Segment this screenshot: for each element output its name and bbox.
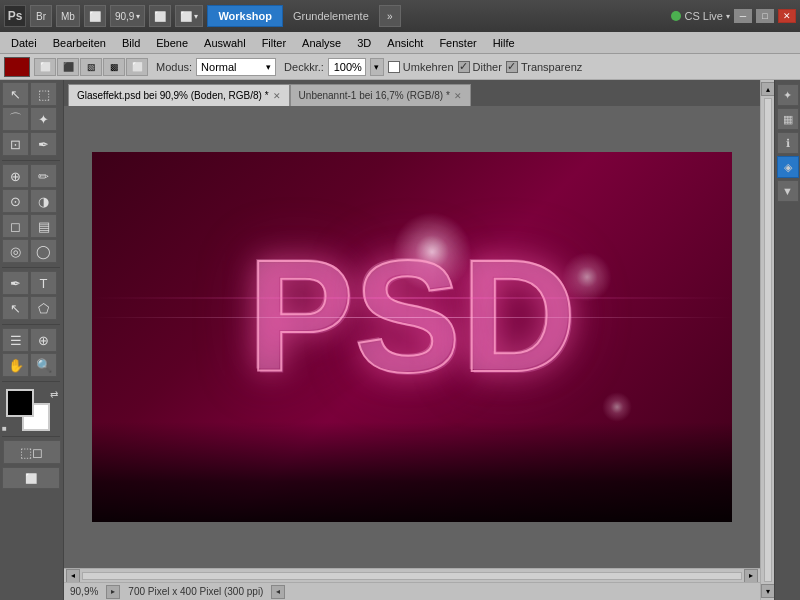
tool-brush[interactable]: ✏ — [30, 164, 57, 188]
foreground-swatch[interactable] — [4, 57, 30, 77]
canvas-wrapper[interactable]: PSD PSD — [64, 106, 760, 568]
close-btn[interactable]: ✕ — [778, 9, 796, 23]
optionsbar: ⬜ ⬛ ▧ ▩ ⬜ Modus: Normal ▾ Deckkr.: ▾ Umk… — [0, 54, 800, 80]
menubar: Datei Bearbeiten Bild Ebene Auswahl Filt… — [0, 32, 800, 54]
menu-ansicht[interactable]: Ansicht — [380, 35, 430, 51]
tool-blur[interactable]: ◎ — [2, 239, 29, 263]
quick-mask-btn[interactable]: ⬚◻ — [3, 440, 61, 464]
tabs-bar: Glaseffekt.psd bei 90,9% (Boden, RGB/8) … — [64, 80, 760, 106]
dither-checkbox[interactable]: ✓ — [458, 61, 470, 73]
cs-live-btn[interactable]: CS Live ▾ — [671, 10, 730, 22]
menu-auswahl[interactable]: Auswahl — [197, 35, 253, 51]
tool-zoom[interactable]: 🔍 — [30, 353, 57, 377]
tool-magic-wand[interactable]: ✦ — [30, 107, 57, 131]
vscroll-track[interactable] — [764, 98, 772, 582]
blend-btn-3[interactable]: ▧ — [80, 58, 102, 76]
menu-filter[interactable]: Filter — [255, 35, 293, 51]
tool-path[interactable]: ↖ — [2, 296, 29, 320]
view-btn[interactable]: ⬜ — [149, 5, 171, 27]
tab-unbenannt-close[interactable]: ✕ — [454, 91, 462, 101]
more-workspaces-btn[interactable]: » — [379, 5, 401, 27]
layout-dropdown[interactable]: ⬜ ▾ — [175, 5, 203, 27]
tool-type[interactable]: T — [30, 271, 57, 295]
tool-hand[interactable]: ✋ — [2, 353, 29, 377]
modus-dropdown[interactable]: Normal ▾ — [196, 58, 276, 76]
default-colors-btn[interactable]: ■ — [2, 424, 7, 433]
tool-history[interactable]: ◑ — [30, 189, 57, 213]
menu-fenster[interactable]: Fenster — [432, 35, 483, 51]
tool-move[interactable]: ↖ — [2, 82, 29, 106]
zoom-dropdown[interactable]: 90,9 ▾ — [110, 5, 145, 27]
toolbar: ↖ ⬚ ⌒ ✦ ⊡ ✒ ⊕ ✏ ⊙ ◑ ◻ ▤ ◎ ◯ ✒ — [0, 80, 64, 600]
layout-dropdown-arrow: ▾ — [194, 12, 198, 21]
dither-group: ✓ Dither — [458, 61, 502, 73]
maximize-btn[interactable]: □ — [756, 9, 774, 23]
rp-info-btn[interactable]: ℹ — [777, 132, 799, 154]
umkehren-group: Umkehren — [388, 61, 454, 73]
blend-mode-group: ⬜ ⬛ ▧ ▩ ⬜ — [34, 58, 148, 76]
rp-collapse-btn[interactable]: ▼ — [777, 180, 799, 202]
cs-live-arrow: ▾ — [726, 12, 730, 21]
blend-btn-2[interactable]: ⬛ — [57, 58, 79, 76]
deckkraft-label: Deckkr.: — [284, 61, 324, 73]
umkehren-label: Umkehren — [403, 61, 454, 73]
tool-eraser[interactable]: ◻ — [2, 214, 29, 238]
document-info: 700 Pixel x 400 Pixel (300 ppi) — [128, 586, 263, 597]
main-area: ↖ ⬚ ⌒ ✦ ⊡ ✒ ⊕ ✏ ⊙ ◑ ◻ ▤ ◎ ◯ ✒ — [0, 80, 800, 600]
tool-healing[interactable]: ⊕ — [2, 164, 29, 188]
deckkraft-input[interactable] — [328, 58, 366, 76]
tool-marquee[interactable]: ⬚ — [30, 82, 57, 106]
zoom-level: 90,9% — [70, 586, 98, 597]
hscroll: ◂ ▸ — [64, 568, 760, 582]
vscroll-up[interactable]: ▴ — [761, 82, 775, 96]
tool-dodge[interactable]: ◯ — [30, 239, 57, 263]
status-arrow[interactable]: ▸ — [106, 585, 120, 599]
blend-btn-4[interactable]: ▩ — [103, 58, 125, 76]
screen-mode-btn[interactable]: ⬜ — [2, 467, 60, 489]
menu-ebene[interactable]: Ebene — [149, 35, 195, 51]
hscroll-left[interactable]: ◂ — [66, 569, 80, 583]
menu-bearbeiten[interactable]: Bearbeiten — [46, 35, 113, 51]
tool-shape[interactable]: ⬠ — [30, 296, 57, 320]
swap-colors-btn[interactable]: ⇄ — [50, 389, 58, 400]
menu-analyse[interactable]: Analyse — [295, 35, 348, 51]
tool-lasso[interactable]: ⌒ — [2, 107, 29, 131]
blend-btn-1[interactable]: ⬜ — [34, 58, 56, 76]
hscroll-right[interactable]: ▸ — [744, 569, 758, 583]
tool-pen[interactable]: ✒ — [2, 271, 29, 295]
mini-bridge-btn[interactable]: Mb — [56, 5, 80, 27]
bridge-btn[interactable]: Br — [30, 5, 52, 27]
tab-unbenannt[interactable]: Unbenannt-1 bei 16,7% (RGB/8) * ✕ — [290, 84, 471, 106]
tab-glaseffekt[interactable]: Glaseffekt.psd bei 90,9% (Boden, RGB/8) … — [68, 84, 290, 106]
tool-clone[interactable]: ⊙ — [2, 189, 29, 213]
layout-icon: ⬜ — [180, 11, 192, 22]
hscroll-track[interactable] — [82, 572, 742, 580]
tool-eyedropper[interactable]: ✒ — [30, 132, 57, 156]
minimize-btn[interactable]: ─ — [734, 9, 752, 23]
menu-datei[interactable]: Datei — [4, 35, 44, 51]
modus-label: Modus: — [156, 61, 192, 73]
tool-gradient[interactable]: ▤ — [30, 214, 57, 238]
rp-adjustments-btn[interactable]: ▦ — [777, 108, 799, 130]
tool-notes[interactable]: ☰ — [2, 328, 29, 352]
transparenz-checkbox[interactable]: ✓ — [506, 61, 518, 73]
menu-bild[interactable]: Bild — [115, 35, 147, 51]
vscroll-down[interactable]: ▾ — [761, 584, 775, 598]
tool-crop[interactable]: ⊡ — [2, 132, 29, 156]
foreground-color-swatch[interactable] — [6, 389, 34, 417]
blend-btn-5[interactable]: ⬜ — [126, 58, 148, 76]
rp-layers-btn[interactable]: ◈ — [777, 156, 799, 178]
transparenz-label: Transparenz — [521, 61, 582, 73]
tool-eyedropper2[interactable]: ⊕ — [30, 328, 57, 352]
status-nav-left[interactable]: ◂ — [271, 585, 285, 599]
menu-3d[interactable]: 3D — [350, 35, 378, 51]
umkehren-checkbox[interactable] — [388, 61, 400, 73]
tab-glaseffekt-close[interactable]: ✕ — [273, 91, 281, 101]
menu-hilfe[interactable]: Hilfe — [486, 35, 522, 51]
modus-arrow: ▾ — [266, 62, 271, 72]
mode-btn[interactable]: ⬜ — [84, 5, 106, 27]
workspace-button[interactable]: Workshop — [207, 5, 283, 27]
rp-styles-btn[interactable]: ✦ — [777, 84, 799, 106]
deckkraft-arrow-btn[interactable]: ▾ — [370, 58, 384, 76]
titlebar: Ps Br Mb ⬜ 90,9 ▾ ⬜ ⬜ ▾ Workshop Grundel… — [0, 0, 800, 32]
